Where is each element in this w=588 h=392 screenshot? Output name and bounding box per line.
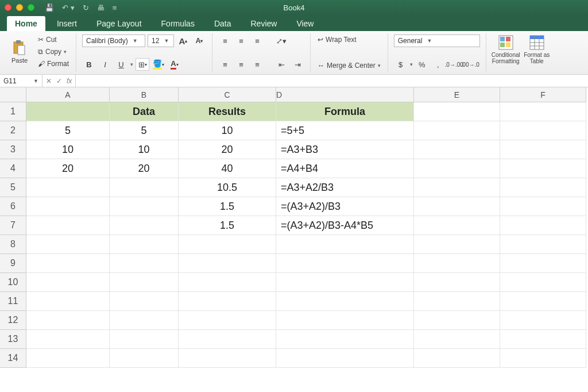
- save-icon[interactable]: 💾: [45, 3, 54, 12]
- cell-D7[interactable]: =(A3+A2)/B3-A4*B5: [276, 216, 414, 235]
- borders-button[interactable]: ⊞▾: [136, 58, 149, 71]
- cell-E4[interactable]: [414, 159, 500, 178]
- conditional-formatting-button[interactable]: Conditional Formatting: [492, 34, 520, 64]
- cell-D4[interactable]: =A4+B4: [276, 159, 414, 178]
- col-header-C[interactable]: C: [179, 87, 276, 102]
- cell-F11[interactable]: [500, 292, 586, 311]
- cell-B5[interactable]: [110, 178, 179, 197]
- row-header-8[interactable]: 8: [0, 235, 26, 254]
- col-header-A[interactable]: A: [26, 87, 110, 102]
- decrease-indent-button[interactable]: ⇤: [274, 58, 288, 71]
- cell-D12[interactable]: [276, 311, 414, 330]
- cell-A6[interactable]: [26, 197, 110, 216]
- tab-review[interactable]: Review: [242, 16, 285, 31]
- cell-F6[interactable]: [500, 197, 586, 216]
- cell-F3[interactable]: [500, 140, 586, 159]
- cell-A8[interactable]: [26, 235, 110, 254]
- cell-E5[interactable]: [414, 178, 500, 197]
- col-header-D[interactable]: D: [276, 87, 414, 102]
- wrap-text-button[interactable]: ↩Wrap Text: [316, 34, 382, 45]
- cell-B7[interactable]: [110, 216, 179, 235]
- cell-D11[interactable]: [276, 292, 414, 311]
- cell-D1[interactable]: Formula: [276, 102, 414, 121]
- cell-E3[interactable]: [414, 140, 500, 159]
- cell-C12[interactable]: [179, 311, 276, 330]
- minimize-window-button[interactable]: [16, 4, 23, 11]
- formula-input[interactable]: [76, 75, 588, 87]
- row-header-12[interactable]: 12: [0, 311, 26, 330]
- cell-C9[interactable]: [179, 254, 276, 273]
- cell-C13[interactable]: [179, 330, 276, 349]
- cell-D5[interactable]: =A3+A2/B3: [276, 178, 414, 197]
- cell-B1[interactable]: Data: [110, 102, 179, 121]
- row-header-3[interactable]: 3: [0, 140, 26, 159]
- cell-E11[interactable]: [414, 292, 500, 311]
- print-icon[interactable]: 🖶: [97, 3, 105, 12]
- underline-button[interactable]: U: [114, 58, 128, 71]
- cell-D10[interactable]: [276, 273, 414, 292]
- increase-font-button[interactable]: A▴: [176, 34, 190, 47]
- format-painter-button[interactable]: 🖌Format: [37, 59, 70, 69]
- close-window-button[interactable]: [5, 4, 11, 11]
- tab-home[interactable]: Home: [7, 16, 45, 31]
- increase-indent-button[interactable]: ⇥: [291, 58, 304, 71]
- align-right-button[interactable]: ≡: [250, 58, 264, 71]
- row-header-4[interactable]: 4: [0, 159, 26, 178]
- cell-F8[interactable]: [500, 235, 586, 254]
- decrease-decimal-button[interactable]: .00→.0: [463, 58, 477, 71]
- merge-center-button[interactable]: ↔Merge & Center▾: [316, 60, 382, 71]
- font-size-select[interactable]: 12▼: [148, 34, 174, 47]
- cell-B9[interactable]: [110, 254, 179, 273]
- align-middle-button[interactable]: ≡: [234, 34, 248, 47]
- align-top-button[interactable]: ≡: [218, 34, 232, 47]
- cell-C4[interactable]: 40: [179, 159, 276, 178]
- cell-F2[interactable]: [500, 121, 586, 140]
- col-header-F[interactable]: F: [500, 87, 586, 102]
- cell-C10[interactable]: [179, 273, 276, 292]
- align-bottom-button[interactable]: ≡: [250, 34, 264, 47]
- cell-A3[interactable]: 10: [26, 140, 110, 159]
- row-header-1[interactable]: 1: [0, 102, 26, 121]
- col-header-B[interactable]: B: [110, 87, 179, 102]
- align-center-button[interactable]: ≡: [234, 58, 248, 71]
- cell-F4[interactable]: [500, 159, 586, 178]
- row-header-10[interactable]: 10: [0, 273, 26, 292]
- row-header-9[interactable]: 9: [0, 254, 26, 273]
- cell-F9[interactable]: [500, 254, 586, 273]
- cell-C5[interactable]: 10.5: [179, 178, 276, 197]
- row-header-5[interactable]: 5: [0, 178, 26, 197]
- qat-customize-icon[interactable]: ≡: [113, 3, 117, 12]
- tab-view[interactable]: View: [288, 16, 322, 31]
- cell-E1[interactable]: [414, 102, 500, 121]
- spreadsheet-grid[interactable]: A B C D E F 1234567891011121314 Data Res…: [0, 87, 588, 392]
- cell-E2[interactable]: [414, 121, 500, 140]
- cell-E14[interactable]: [414, 349, 500, 368]
- increase-decimal-button[interactable]: .0→.00: [447, 58, 461, 71]
- cell-B10[interactable]: [110, 273, 179, 292]
- cell-A1[interactable]: [26, 102, 110, 121]
- cell-E7[interactable]: [414, 216, 500, 235]
- cell-B4[interactable]: 20: [110, 159, 179, 178]
- cell-C11[interactable]: [179, 292, 276, 311]
- cell-C2[interactable]: 10: [179, 121, 276, 140]
- tab-insert[interactable]: Insert: [49, 16, 85, 31]
- redo-icon[interactable]: ↻: [83, 3, 89, 12]
- cell-D3[interactable]: =A3+B3: [276, 140, 414, 159]
- zoom-window-button[interactable]: [28, 4, 34, 11]
- cell-B6[interactable]: [110, 197, 179, 216]
- cell-E8[interactable]: [414, 235, 500, 254]
- cell-E9[interactable]: [414, 254, 500, 273]
- row-header-13[interactable]: 13: [0, 330, 26, 349]
- row-header-2[interactable]: 2: [0, 121, 26, 140]
- cell-A13[interactable]: [26, 330, 110, 349]
- cell-C3[interactable]: 20: [179, 140, 276, 159]
- cell-C7[interactable]: 1.5: [179, 216, 276, 235]
- name-box[interactable]: G11▼: [0, 75, 42, 87]
- col-header-E[interactable]: E: [414, 87, 500, 102]
- cell-E10[interactable]: [414, 273, 500, 292]
- cell-D2[interactable]: =5+5: [276, 121, 414, 140]
- orientation-button[interactable]: ⤢▾: [274, 34, 288, 47]
- cell-B13[interactable]: [110, 330, 179, 349]
- row-header-11[interactable]: 11: [0, 292, 26, 311]
- cell-F14[interactable]: [500, 349, 586, 368]
